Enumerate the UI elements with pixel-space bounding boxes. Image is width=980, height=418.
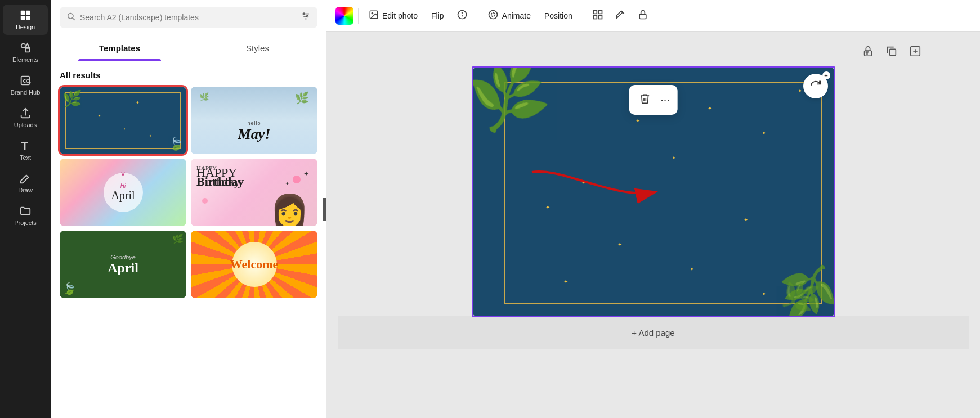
delete-button[interactable] — [637, 91, 652, 109]
design-icon — [19, 9, 32, 21]
sidebar-item-brand-hub[interactable]: CO. Brand Hub — [3, 70, 48, 100]
sidebar-item-design[interactable]: Design — [3, 5, 48, 35]
tab-templates[interactable]: Templates — [51, 35, 189, 61]
svg-text:T: T — [866, 51, 869, 56]
panel-tabs: Templates Styles — [51, 35, 326, 61]
search-input[interactable] — [80, 13, 296, 22]
more-options-button[interactable]: ··· — [660, 93, 670, 106]
svg-text:CO.: CO. — [23, 79, 31, 84]
sidebar-label-text: Text — [20, 154, 31, 161]
sidebar-label-elements: Elements — [12, 56, 38, 63]
dropper-icon — [615, 9, 626, 22]
svg-rect-2 — [21, 16, 25, 20]
flip-button[interactable]: Flip — [426, 8, 450, 24]
search-icon — [66, 12, 75, 23]
panel-collapse-handle[interactable]: ‹ — [323, 198, 326, 221]
toolbar-divider-2 — [477, 8, 477, 24]
search-box[interactable] — [60, 7, 317, 28]
filter-icon[interactable] — [301, 11, 311, 24]
elements-icon — [19, 42, 32, 54]
results-label: All results — [60, 70, 317, 80]
canvas-content: T — [326, 32, 980, 418]
templates-grid: 🌿 🍃 ✦ ✦ ✦ ✦ 🌿 🌿 hello — [60, 87, 317, 298]
info-button[interactable] — [452, 6, 472, 25]
svg-point-16 — [307, 16, 308, 17]
templates-panel: Templates Styles All results 🌿 🍃 ✦ ✦ ✦ — [51, 0, 326, 418]
toolbar-divider-1 — [358, 8, 359, 24]
svg-rect-27 — [598, 16, 602, 19]
projects-icon — [19, 205, 32, 217]
canvas-area: Edit photo Flip Animate — [326, 0, 980, 418]
canvas-frame: 🌿 🌿 🌿 ✦ ✦ ✦ ✦ ✦ ✦ ✦ ✦ ✦ ✦ ✦ — [473, 68, 834, 316]
tpl2-hello: hello — [238, 120, 271, 126]
animate-icon — [487, 9, 499, 22]
sidebar-item-uploads[interactable]: Uploads — [3, 102, 48, 133]
uploads-icon — [19, 107, 32, 119]
tpl2-may: May! — [238, 126, 271, 143]
canvas-design[interactable]: 🌿 🌿 🌿 ✦ ✦ ✦ ✦ ✦ ✦ ✦ ✦ ✦ ✦ ✦ — [473, 68, 834, 316]
svg-point-15 — [303, 13, 305, 15]
lock-icon — [637, 9, 648, 22]
tpl6-welcome: Welcome — [230, 257, 279, 272]
lock-button[interactable] — [633, 6, 653, 25]
tpl5-april: April — [108, 260, 138, 276]
context-popup: ··· — [629, 85, 678, 115]
canvas-add-icon[interactable] — [907, 43, 924, 62]
svg-text:+: + — [818, 80, 821, 84]
sidebar-label-projects: Projects — [14, 219, 37, 226]
canvas-copy-icon[interactable] — [883, 43, 900, 62]
sidebar-item-elements[interactable]: Elements — [3, 37, 48, 68]
svg-point-4 — [21, 44, 25, 48]
svg-point-18 — [372, 12, 373, 14]
svg-point-23 — [491, 13, 495, 17]
color-picker[interactable] — [335, 7, 353, 25]
svg-rect-31 — [889, 49, 896, 55]
grid-button[interactable] — [588, 6, 608, 25]
edit-photo-icon — [369, 10, 379, 22]
svg-marker-5 — [25, 44, 29, 48]
svg-rect-0 — [21, 11, 25, 15]
search-area — [51, 0, 326, 35]
toolbar-divider-3 — [583, 8, 583, 24]
toolbar: Edit photo Flip Animate — [326, 0, 980, 32]
canvas-refresh-button[interactable]: + + — [803, 74, 828, 98]
tab-styles[interactable]: Styles — [189, 35, 326, 61]
position-button[interactable]: Position — [539, 8, 578, 24]
brand-hub-icon: CO. — [19, 74, 32, 87]
template-card-4[interactable]: HAPPY Birthday HAPPY Birthday 👩 ✦ ✦ — [191, 159, 317, 226]
svg-rect-26 — [593, 16, 597, 19]
svg-rect-28 — [639, 14, 646, 19]
svg-point-22 — [489, 11, 497, 19]
template-card-1[interactable]: 🌿 🍃 ✦ ✦ ✦ ✦ — [60, 87, 186, 154]
template-card-6[interactable]: Welcome — [191, 231, 317, 298]
sidebar-item-text[interactable]: T Text — [3, 135, 48, 165]
sidebar-label-brand-hub: Brand Hub — [11, 89, 41, 96]
draw-icon — [19, 172, 32, 185]
results-area: All results 🌿 🍃 ✦ ✦ ✦ ✦ — [51, 61, 326, 418]
canvas-lock-icon[interactable]: T — [860, 43, 876, 62]
template-card-5[interactable]: Goodbye April 🍃 🌿 — [60, 231, 186, 298]
svg-line-11 — [73, 18, 75, 20]
text-icon: T — [19, 140, 32, 152]
sidebar-item-projects[interactable]: Projects — [3, 200, 48, 231]
sidebar-label-draw: Draw — [18, 187, 33, 194]
template-card-3[interactable]: Hi April v — [60, 159, 186, 226]
tpl3-april: April — [111, 189, 135, 202]
animate-button[interactable]: Animate — [482, 6, 536, 25]
grid-icon — [592, 9, 603, 22]
svg-rect-3 — [26, 16, 30, 20]
info-icon — [457, 9, 468, 22]
edit-photo-button[interactable]: Edit photo — [363, 6, 423, 25]
sidebar: Design Elements CO. Brand Hub Uploads T … — [0, 0, 51, 418]
add-page-button[interactable]: + Add page — [338, 316, 969, 349]
svg-point-10 — [68, 14, 73, 19]
svg-text:T: T — [21, 140, 29, 152]
sidebar-label-uploads: Uploads — [14, 122, 37, 128]
tpl3-hi: Hi — [111, 183, 135, 189]
template-card-2[interactable]: 🌿 🌿 hello May! — [191, 87, 317, 154]
svg-rect-25 — [598, 11, 602, 14]
sidebar-item-draw[interactable]: Draw — [3, 168, 48, 198]
svg-rect-6 — [25, 48, 29, 52]
tpl5-goodbye: Goodbye — [108, 254, 138, 260]
color-dropper-button[interactable] — [610, 6, 630, 25]
